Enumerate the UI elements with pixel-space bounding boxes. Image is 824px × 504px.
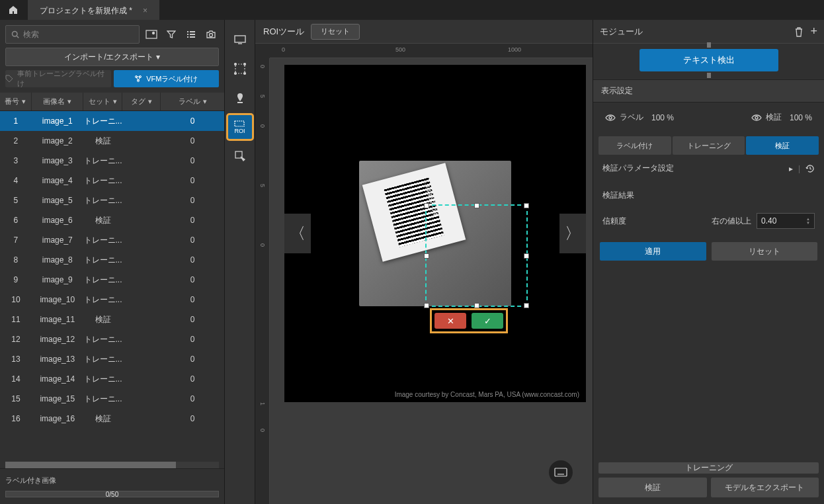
roi-icon [234,120,245,127]
table-row[interactable]: 3image_3トレーニ...0 [0,151,224,171]
delete-icon[interactable] [794,26,803,37]
result-title: 検証結果 [593,182,824,209]
table-row[interactable]: 12image_12トレーニ...0 [0,329,224,349]
home-button[interactable] [0,0,26,20]
ruler-vertical: 0 5 0 5 0 1 0 [255,58,270,504]
h-scrollbar[interactable] [5,462,219,468]
progress-bar: 0/50 [5,491,219,497]
table-row[interactable]: 11image_11検証0 [0,310,224,329]
table-row[interactable]: 16image_16検証0 [0,409,224,429]
roi-confirm-bar: ✕ ✓ [432,310,506,331]
history-icon[interactable] [805,164,815,173]
conf-label: 信頼度 [602,216,626,227]
pretrain-label-button[interactable]: 事前トレーニングラベル付け [5,70,111,87]
table-row[interactable]: 5image_5トレーニ...0 [0,190,224,210]
import-export-button[interactable]: インポート/エクスポート ▾ [5,48,219,66]
tool-crop-arrow[interactable] [228,144,252,168]
tab-training[interactable]: トレーニング [673,136,745,155]
apply-button[interactable]: 適用 [600,242,706,261]
center-canvas: ROIツール リセット 0 500 1000 0 5 0 5 0 1 0 [255,20,593,504]
table-row[interactable]: 10image_10トレーニ...0 [0,290,224,310]
th-set[interactable]: セット▾ [83,93,123,110]
camera-icon[interactable] [203,26,219,42]
svg-rect-7 [190,34,195,35]
canvas-header-title: ROIツール [263,26,304,38]
th-name[interactable]: 画像名▾ [32,93,83,110]
stepper-down[interactable]: ▼ [806,221,810,225]
table-row[interactable]: 9image_9トレーニ...0 [0,270,224,290]
add-icon[interactable]: + [810,26,817,37]
image-table-body[interactable]: 1image_1トレーニ...02image_2検証03image_3トレーニ.… [0,111,224,462]
search-input[interactable]: 検索 [5,25,140,44]
roi-cancel-button[interactable]: ✕ [434,313,466,329]
svg-rect-24 [555,468,567,476]
table-row[interactable]: 8image_8トレーニ...0 [0,250,224,270]
th-label[interactable]: ラベル▾ [161,93,224,110]
display-section-title: 表示設定 [593,79,824,103]
tool-marker[interactable] [228,86,252,110]
svg-point-0 [13,32,18,37]
vfm-label-button[interactable]: VFMラベル付け [114,70,220,87]
svg-rect-16 [235,64,245,73]
param-title: 検証パラメータ設定 [602,163,674,174]
tool-roi[interactable]: ROI [228,115,252,139]
table-row[interactable]: 1image_1トレーニ...0 [0,111,224,131]
svg-point-10 [210,34,213,37]
table-row[interactable]: 13image_13トレーニ...0 [0,349,224,369]
canvas-viewport[interactable]: 〈 〉 138957-04 [270,58,593,504]
roi-reset-button[interactable]: リセット [311,24,360,40]
training-button[interactable]: トレーニング [598,462,819,474]
conf-input[interactable]: 0.40 ▲▼ [757,213,815,229]
search-placeholder: 検索 [23,29,39,40]
verify-button[interactable]: 検証 [598,478,707,497]
reset-button[interactable]: リセット [712,242,818,261]
keyboard-button[interactable] [549,460,573,484]
table-row[interactable]: 7image_7トレーニ...0 [0,230,224,250]
conf-condition: 右の値以上 [712,216,751,227]
svg-point-18 [243,63,245,65]
table-row[interactable]: 15image_15トレーニ...0 [0,389,224,409]
roi-box[interactable] [425,204,528,307]
svg-rect-5 [190,31,195,32]
table-row[interactable]: 6image_6検証0 [0,210,224,230]
svg-rect-9 [190,36,195,38]
svg-point-3 [153,32,155,34]
table-row[interactable]: 4image_4トレーニ...0 [0,171,224,190]
labeled-images-title: ラベル付き画像 [5,476,219,485]
list-icon[interactable] [183,26,199,42]
module-pill[interactable]: テキスト検出 [639,49,778,71]
tab-verify[interactable]: 検証 [746,136,819,155]
svg-point-20 [243,73,245,75]
left-panel: 検索 インポート/エクスポート ▾ 事前トレーニングラベル付け [0,20,225,504]
th-tag[interactable]: タグ▾ [122,93,161,110]
home-icon [8,5,19,15]
chevron-right-icon[interactable]: ▸ [789,164,793,173]
svg-rect-8 [187,36,188,38]
prev-image-button[interactable]: 〈 [284,214,311,253]
table-row[interactable]: 14image_14トレーニ...0 [0,369,224,389]
project-tab[interactable]: プロジェクトを新規作成 * × [28,0,159,20]
roi-confirm-button[interactable]: ✓ [472,313,503,329]
next-image-button[interactable]: 〉 [559,214,586,253]
search-icon [11,30,19,38]
vis-label-toggle[interactable]: ラベル 100 % [605,112,674,123]
svg-point-31 [609,116,612,119]
tool-screen[interactable] [228,28,252,52]
image-credit: Image courtesy by Concast, Mars PA, USA … [395,391,579,398]
th-number[interactable]: 番号▾ [0,93,32,110]
tool-strip: ROI [225,20,255,504]
svg-line-1 [17,36,19,38]
close-icon[interactable]: × [143,6,147,15]
table-row[interactable]: 2image_2検証0 [0,131,224,151]
image-table-header: 番号▾ 画像名▾ セット▾ タグ▾ ラベル▾ [0,93,224,111]
tab-labeling[interactable]: ラベル付け [598,136,671,155]
export-model-button[interactable]: モデルをエクスポート [711,478,819,497]
vis-verify-toggle[interactable]: 検証 100 % [751,112,812,123]
tag-icon [5,75,13,83]
svg-rect-2 [146,30,157,38]
tool-select[interactable] [228,57,252,81]
svg-point-32 [755,116,758,119]
image-icon[interactable] [144,26,159,42]
svg-rect-6 [187,34,188,35]
filter-icon[interactable] [163,26,179,42]
